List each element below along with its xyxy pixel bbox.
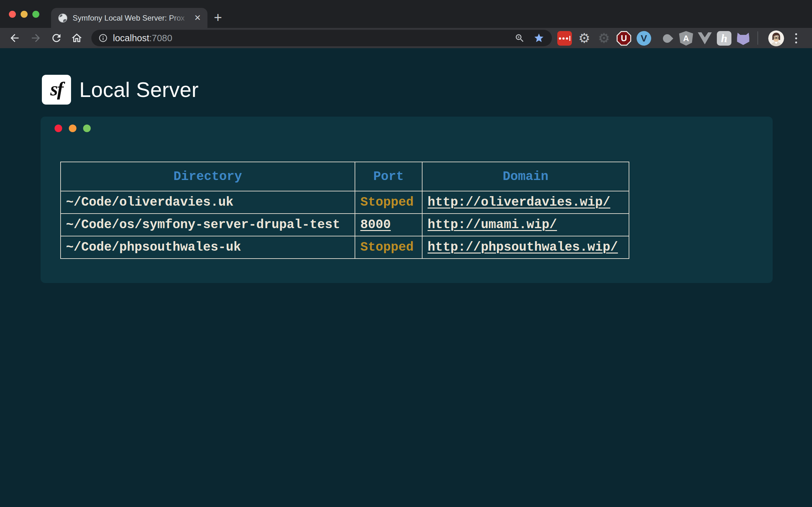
lastpass-extension-icon[interactable] [557,31,572,46]
tab-close-icon[interactable]: ✕ [192,13,203,23]
port-cell: Stopped [355,236,422,259]
blue-v-extension-icon[interactable]: V [637,31,651,46]
angular-extension-icon[interactable]: A [679,31,693,46]
browser-tab[interactable]: Symfony Local Web Server: Prox ✕ [51,8,207,28]
url-host: localhost [113,33,149,43]
servers-table: Directory Port Domain ~/Code/oliverdavie… [60,162,629,259]
gear-extension-icon[interactable]: ⚙ [577,31,592,46]
back-button[interactable] [9,32,20,44]
forward-button[interactable] [30,32,42,44]
address-bar[interactable]: localhost:7080 [91,30,552,46]
brand-header: sf Local Server [42,75,199,105]
ublock-extension-icon[interactable]: U [617,31,631,46]
domain-cell: http://phpsouthwales.wip/ [422,236,629,259]
titlebar: Symfony Local Web Server: Prox ✕ + [0,0,812,28]
port-cell: Stopped [355,191,422,214]
reload-button[interactable] [50,32,62,44]
table-row: ~/Code/oliverdavies.uk Stopped http://ol… [61,191,629,214]
domain-cell: http://oliverdavies.wip/ [422,191,629,214]
browser-window: Symfony Local Web Server: Prox ✕ + local… [0,0,812,507]
domain-link[interactable]: http://umami.wip/ [427,218,557,232]
browser-menu-button[interactable] [793,31,799,46]
disabled-gear-extension-icon[interactable]: ⚙ [597,31,611,46]
directory-cell: ~/Code/oliverdavies.uk [61,191,355,214]
port-cell: 8000 [355,214,422,236]
domain-link[interactable]: http://phpsouthwales.wip/ [427,240,618,255]
domain-link[interactable]: http://oliverdavies.wip/ [427,195,610,210]
tab-title: Symfony Local Web Server: Prox [72,13,192,23]
url-port: :7080 [149,33,172,43]
github-octocat-extension-icon[interactable] [736,31,751,46]
port-link[interactable]: 8000 [360,218,391,232]
page-title: Local Server [79,78,199,102]
column-header-domain: Domain [422,162,629,191]
port-status: Stopped [360,240,414,255]
drupal-extension-icon[interactable] [660,31,674,46]
bookmark-star-icon[interactable] [534,33,544,43]
table-row: ~/Code/os/symfony-server-drupal-test 800… [61,214,629,236]
table-row: ~/Code/phpsouthwales-uk Stopped http://p… [61,236,629,259]
terminal-card: Directory Port Domain ~/Code/oliverdavie… [41,117,773,283]
column-header-directory: Directory [61,162,355,191]
terminal-dot-green [83,124,91,132]
terminal-dots [55,124,91,132]
directory-cell: ~/Code/os/symfony-server-drupal-test [61,214,355,236]
page-info-icon[interactable] [98,33,108,43]
page-content: sf Local Server Directory Port Domain [0,48,812,507]
home-button[interactable] [71,32,83,44]
macos-minimize-button[interactable] [20,11,28,18]
macos-fullscreen-button[interactable] [32,11,39,18]
globe-favicon-icon [58,13,67,23]
browser-toolbar: localhost:7080 ⚙ ⚙ U V [0,28,812,48]
vue-extension-icon[interactable] [698,31,712,46]
domain-cell: http://umami.wip/ [422,214,629,236]
directory-cell: ~/Code/phpsouthwales-uk [61,236,355,259]
new-tab-button[interactable]: + [210,10,226,26]
toolbar-separator [757,32,758,45]
profile-avatar[interactable] [768,31,784,46]
honey-extension-icon[interactable]: h [717,31,731,46]
macos-close-button[interactable] [9,11,16,18]
zoom-in-icon[interactable] [514,33,525,43]
port-status: Stopped [360,195,414,210]
terminal-dot-orange [69,124,77,132]
terminal-dot-red [55,124,62,132]
url-text[interactable]: localhost:7080 [113,30,172,46]
column-header-port: Port [355,162,422,191]
symfony-logo: sf [42,75,71,105]
